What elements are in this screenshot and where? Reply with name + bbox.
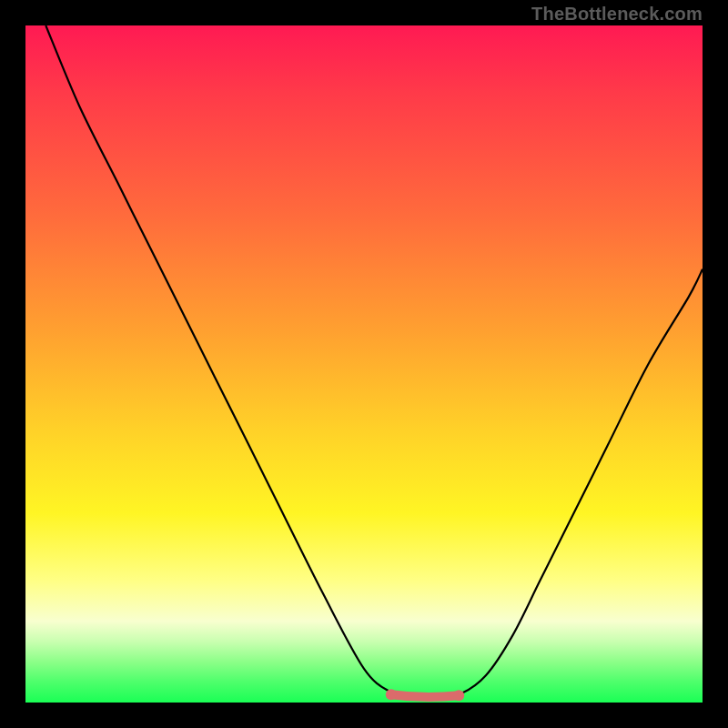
chart-frame: TheBottleneck.com bbox=[0, 0, 728, 728]
minimum-marker-dot-left bbox=[386, 689, 397, 700]
chart-svg bbox=[25, 25, 703, 703]
watermark-text: TheBottleneck.com bbox=[531, 4, 703, 25]
bottleneck-curve-path bbox=[46, 25, 703, 698]
minimum-marker-path bbox=[391, 694, 459, 697]
minimum-marker bbox=[386, 689, 464, 701]
bottleneck-curve bbox=[46, 25, 703, 698]
plot-area bbox=[25, 25, 703, 703]
minimum-marker-dot-right bbox=[453, 690, 464, 701]
